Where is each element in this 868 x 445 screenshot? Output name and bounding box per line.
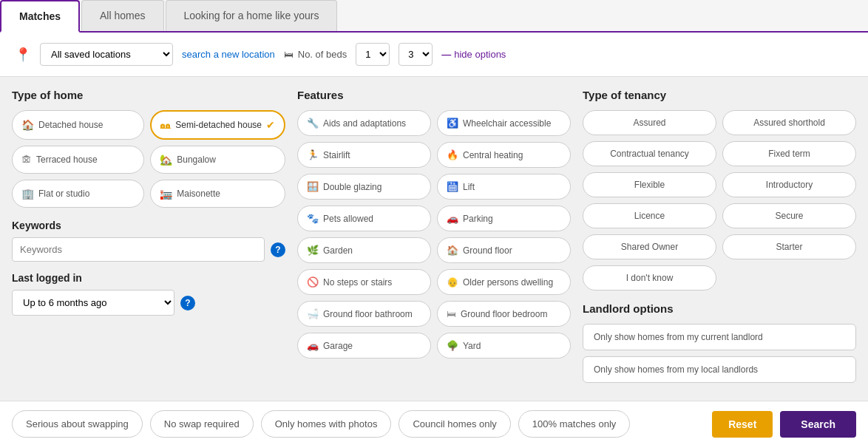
tenancy-secure[interactable]: Secure: [722, 203, 856, 228]
feature-stairlift[interactable]: 🏃 Stairlift: [297, 142, 431, 168]
features-grid: 🔧 Aids and adaptations ♿ Wheelchair acce…: [297, 110, 571, 359]
aids-icon: 🔧: [307, 118, 319, 129]
beds-select-1[interactable]: 1: [356, 43, 390, 66]
main-content: Type of home 🏠 Detached house 🏘 Semi-det…: [0, 77, 868, 401]
tenancy-dont-know[interactable]: I don't know: [583, 265, 716, 291]
tenancy-title: Type of tenancy: [583, 89, 856, 101]
selected-check-icon: ✔: [266, 119, 275, 131]
landlord-local-btn[interactable]: Only show homes from my local landlords: [583, 356, 856, 383]
location-icon: 📍: [15, 47, 31, 63]
tab-looking-label: Looking for a home like yours: [184, 10, 319, 21]
tab-all-homes-label: All homes: [100, 10, 145, 21]
landlord-current-btn[interactable]: Only show homes from my current landlord: [583, 324, 856, 350]
tab-bar: Matches All homes Looking for a home lik…: [0, 0, 868, 33]
maisonette-icon: 🏣: [160, 188, 172, 200]
feature-no-steps[interactable]: 🚫 No steps or stairs: [297, 269, 431, 295]
tenancy-starter[interactable]: Starter: [722, 234, 856, 259]
feature-parking[interactable]: 🚗 Parking: [437, 205, 571, 231]
last-logged-select[interactable]: Up to 6 months ago: [12, 290, 174, 316]
last-logged-row: Up to 6 months ago ?: [12, 290, 285, 316]
last-logged-help-icon[interactable]: ?: [180, 296, 195, 310]
feature-garden[interactable]: 🌿 Garden: [297, 237, 431, 263]
feature-yard[interactable]: 🌳 Yard: [437, 333, 571, 359]
stairlift-icon: 🏃: [307, 149, 319, 160]
keywords-title: Keywords: [12, 220, 285, 231]
feature-ground-floor[interactable]: 🏠 Ground floor: [437, 237, 571, 263]
location-select[interactable]: All saved locations: [40, 43, 173, 66]
tab-matches-label: Matches: [19, 10, 61, 22]
feature-wheelchair[interactable]: ♿ Wheelchair accessible: [437, 110, 571, 136]
hide-options-link[interactable]: — hide options: [441, 49, 506, 60]
features-title: Features: [297, 89, 571, 101]
left-panel: Type of home 🏠 Detached house 🏘 Semi-det…: [12, 89, 285, 389]
bungalow-icon: 🏡: [160, 154, 172, 166]
tab-matches[interactable]: Matches: [0, 0, 80, 33]
yard-icon: 🌳: [447, 340, 458, 351]
reset-button[interactable]: Reset: [712, 411, 773, 438]
last-logged-in-title: Last logged in: [12, 272, 285, 284]
beds-icon: 🛏: [284, 49, 294, 60]
detached-icon: 🏠: [21, 119, 34, 131]
home-type-bungalow[interactable]: 🏡 Bungalow: [150, 146, 285, 174]
no-swap-btn[interactable]: No swap required: [150, 410, 254, 438]
feature-aids[interactable]: 🔧 Aids and adaptations: [297, 110, 431, 136]
tenancy-fixed-term[interactable]: Fixed term: [722, 141, 856, 166]
tenancy-flexible[interactable]: Flexible: [583, 172, 716, 197]
ground-floor-bedroom-icon: 🛏: [447, 308, 456, 319]
feature-lift[interactable]: 🛗 Lift: [437, 174, 571, 200]
footer-bar: Serious about swapping No swap required …: [0, 401, 868, 445]
feature-garage[interactable]: 🚗 Garage: [297, 333, 431, 359]
keywords-row: ?: [12, 237, 285, 262]
ground-floor-icon: 🏠: [447, 245, 458, 256]
tenancy-assured-shorthold[interactable]: Assured shorthold: [722, 110, 856, 135]
lift-icon: 🛗: [447, 181, 458, 192]
keywords-help-icon[interactable]: ?: [271, 242, 285, 257]
feature-pets[interactable]: 🐾 Pets allowed: [297, 205, 431, 231]
center-panel: Features 🔧 Aids and adaptations ♿ Wheelc…: [297, 89, 571, 389]
home-type-detached[interactable]: 🏠 Detached house: [12, 110, 144, 140]
serious-swapping-btn[interactable]: Serious about swapping: [12, 410, 143, 438]
matches-only-btn[interactable]: 100% matches only: [518, 410, 630, 438]
hide-dash: —: [441, 49, 451, 60]
photos-only-btn[interactable]: Only homes with photos: [261, 410, 392, 438]
home-type-maisonette[interactable]: 🏣 Maisonette: [150, 180, 285, 208]
home-type-flat[interactable]: 🏢 Flat or studio: [12, 180, 144, 208]
double-glazing-icon: 🪟: [307, 181, 319, 192]
search-button[interactable]: Search: [780, 411, 856, 438]
right-panel: Type of tenancy Assured Assured shorthol…: [583, 89, 856, 389]
tenancy-contractual[interactable]: Contractual tenancy: [583, 141, 716, 166]
home-type-semi-detached[interactable]: 🏘 Semi-detached house ✔: [150, 110, 285, 140]
home-type-grid: 🏠 Detached house 🏘 Semi-detached house ✔…: [12, 110, 285, 208]
beds-select-2[interactable]: 3: [399, 43, 433, 66]
beds-label: 🛏 No. of beds: [284, 49, 347, 60]
ground-floor-bathroom-icon: 🛁: [307, 308, 319, 319]
pets-icon: 🐾: [307, 213, 319, 224]
tab-all-homes[interactable]: All homes: [81, 0, 163, 31]
keywords-input[interactable]: [12, 237, 265, 262]
tab-looking[interactable]: Looking for a home like yours: [166, 0, 338, 31]
feature-ground-floor-bedroom[interactable]: 🛏 Ground floor bedroom: [437, 301, 571, 327]
tenancy-licence[interactable]: Licence: [583, 203, 716, 228]
tenancy-assured[interactable]: Assured: [583, 110, 716, 135]
tenancy-shared-owner[interactable]: Shared Owner: [583, 234, 716, 259]
feature-older-persons[interactable]: 👴 Older persons dwelling: [437, 269, 571, 295]
tenancy-grid: Assured Assured shorthold Contractual te…: [583, 110, 856, 291]
wheelchair-icon: ♿: [447, 118, 458, 129]
older-persons-icon: 👴: [447, 276, 458, 288]
garden-icon: 🌿: [307, 245, 319, 256]
type-of-home-title: Type of home: [12, 89, 285, 101]
tenancy-introductory[interactable]: Introductory: [722, 172, 856, 197]
feature-double-glazing[interactable]: 🪟 Double glazing: [297, 174, 431, 200]
central-heating-icon: 🔥: [447, 149, 458, 160]
terraced-icon: 🏚: [21, 154, 32, 166]
home-type-terraced[interactable]: 🏚 Terraced house: [12, 146, 144, 174]
feature-ground-floor-bathroom[interactable]: 🛁 Ground floor bathroom: [297, 301, 431, 327]
garage-icon: 🚗: [307, 340, 319, 351]
parking-icon: 🚗: [447, 213, 458, 224]
flat-icon: 🏢: [21, 188, 34, 200]
search-new-location-link[interactable]: search a new location: [182, 49, 275, 60]
landlord-options-title: Landlord options: [583, 302, 856, 315]
location-bar: 📍 All saved locations search a new locat…: [0, 33, 868, 77]
feature-central-heating[interactable]: 🔥 Central heating: [437, 142, 571, 168]
council-only-btn[interactable]: Council homes only: [399, 410, 510, 438]
